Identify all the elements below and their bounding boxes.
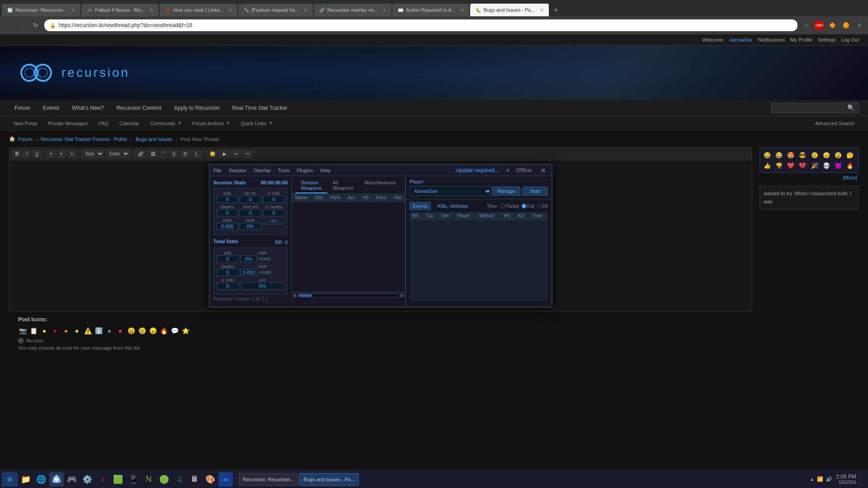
subnav-community[interactable]: Community ▼ bbox=[146, 116, 186, 131]
new-tab-button[interactable]: + bbox=[550, 4, 562, 16]
taskbar-icon-explorer[interactable]: 📁 bbox=[19, 472, 33, 487]
tab-events[interactable]: Events bbox=[410, 202, 431, 210]
tab-fallout[interactable]: 🎮 Fallout 4 Nexus - Mo... ✕ bbox=[81, 4, 159, 16]
fmt-link[interactable]: 🔗 bbox=[135, 150, 146, 158]
post-icon-7[interactable]: ⚠️ bbox=[83, 326, 92, 335]
post-icon-13[interactable]: 😠 bbox=[148, 326, 157, 335]
url-input[interactable] bbox=[59, 22, 792, 28]
post-icon-9[interactable]: ● bbox=[105, 326, 114, 335]
post-icon-4[interactable]: ● bbox=[51, 326, 60, 335]
fmt-video[interactable]: ▶ bbox=[220, 150, 230, 158]
subnav-quick-links[interactable]: Quick Links ▼ bbox=[236, 116, 277, 131]
smiley-2[interactable]: 😂 bbox=[774, 150, 783, 160]
fmt-underline[interactable]: U bbox=[32, 150, 42, 158]
app-menu-plugins[interactable]: Plugins bbox=[297, 168, 313, 173]
post-icon-10[interactable]: ● bbox=[116, 326, 125, 335]
smiley-1[interactable]: 😀 bbox=[763, 150, 772, 160]
tab-kills-vehicles[interactable]: Kills, Vehicles bbox=[434, 202, 471, 210]
my-profile-link[interactable]: My Profile bbox=[790, 37, 812, 42]
post-icon-8[interactable]: ℹ️ bbox=[94, 326, 103, 335]
nav-forum[interactable]: Forum bbox=[9, 100, 36, 116]
subnav-new-posts[interactable]: New Posts bbox=[9, 116, 42, 131]
taskbar-up-icon[interactable]: ▲ bbox=[810, 477, 814, 482]
post-icon-15[interactable]: 💬 bbox=[170, 326, 179, 335]
start-button[interactable]: Start bbox=[522, 187, 548, 196]
username-link[interactable]: karma3six bbox=[730, 37, 752, 42]
scroll-right-icon[interactable]: ▶ bbox=[401, 293, 404, 298]
taskbar-icon-app5[interactable]: 🎨 bbox=[203, 472, 217, 487]
partial-radio[interactable]: Partial bbox=[500, 204, 519, 209]
scrollbar-thumb[interactable] bbox=[298, 294, 312, 297]
post-icon-16[interactable]: ⭐ bbox=[181, 326, 190, 335]
smiley-12[interactable]: 💔 bbox=[798, 161, 807, 170]
font-size-select[interactable]: Size 123 bbox=[81, 150, 104, 158]
post-icon-14[interactable]: 🔥 bbox=[159, 326, 168, 335]
smiley-9[interactable]: 👍 bbox=[763, 161, 772, 170]
fmt-quote[interactable]: " bbox=[160, 150, 168, 158]
manage-button[interactable]: Manage bbox=[492, 187, 520, 196]
post-icon-1[interactable]: 📷 bbox=[18, 326, 27, 335]
no-icon-radio[interactable] bbox=[18, 338, 24, 343]
taskbar-icon-chrome[interactable] bbox=[49, 472, 64, 487]
font-color-select[interactable]: Color bbox=[105, 150, 130, 158]
taskbar-icon-app2[interactable]: 🟩 bbox=[111, 472, 125, 487]
taskbar-icon-app3[interactable]: 📱 bbox=[126, 472, 141, 487]
taskbar-task-bugs[interactable]: Bugs and Issues - Po... bbox=[299, 473, 359, 486]
search-input[interactable] bbox=[771, 103, 844, 113]
smiley-14[interactable]: 💀 bbox=[822, 161, 831, 170]
breadcrumb-bugs[interactable]: Bugs and Issues bbox=[136, 136, 172, 142]
app-close-icon[interactable]: ✕ bbox=[539, 167, 548, 174]
fmt-smiley[interactable]: 😊 bbox=[207, 150, 218, 158]
subnav-forum-actions[interactable]: Forum Actions ▼ bbox=[188, 116, 234, 131]
smiley-15[interactable]: 😈 bbox=[834, 161, 843, 170]
tab-close-icon[interactable]: ✕ bbox=[228, 8, 232, 13]
post-icon-6[interactable]: ● bbox=[72, 326, 81, 335]
forward-button[interactable]: → bbox=[17, 20, 27, 30]
subnav-private-messages[interactable]: Private Messages bbox=[44, 116, 92, 131]
tab-overlay[interactable]: 🔗 Recursion overlay no... ✕ bbox=[314, 4, 392, 16]
tab-session-weapons[interactable]: Session Weapons bbox=[295, 178, 327, 193]
bookmark-icon[interactable]: ☆ bbox=[801, 20, 811, 30]
smiley-6[interactable]: 😠 bbox=[822, 150, 831, 160]
fmt-undo[interactable]: ↩ bbox=[231, 150, 241, 158]
taskbar-icon-app6[interactable]: ∞ bbox=[218, 472, 233, 487]
app-menu-tools[interactable]: Tools bbox=[278, 168, 290, 173]
tab-close-icon[interactable]: ✕ bbox=[540, 8, 543, 13]
taskbar-icon-music[interactable]: ♪ bbox=[95, 472, 110, 487]
back-button[interactable]: ← bbox=[4, 20, 14, 30]
tab-close-icon[interactable]: ✕ bbox=[304, 8, 307, 13]
fmt-code[interactable]: {} bbox=[169, 150, 179, 158]
post-icon-5[interactable]: ● bbox=[61, 326, 71, 335]
app-menu-overlay[interactable]: Overlay bbox=[254, 168, 271, 173]
fmt-bold[interactable]: B bbox=[12, 150, 22, 158]
refresh-button[interactable]: ↻ bbox=[31, 20, 41, 30]
post-icon-11[interactable]: 😀 bbox=[127, 326, 136, 335]
post-icon-2[interactable]: 📋 bbox=[29, 326, 38, 335]
search-button[interactable]: 🔍 bbox=[844, 102, 859, 113]
tab-bugs[interactable]: 🐛 Bugs and Issues - Po... ✕ bbox=[470, 4, 549, 16]
menu-icon[interactable]: ≡ bbox=[854, 20, 864, 30]
editor-area[interactable]: File Session Overlay Tools Plugins Help … bbox=[9, 160, 752, 311]
logout-link[interactable]: Log Out bbox=[841, 37, 859, 42]
tab-close-icon[interactable]: ✕ bbox=[71, 8, 75, 13]
taskbar-icon-app4[interactable]: 🟢 bbox=[157, 472, 171, 487]
tab-close-icon[interactable]: ✕ bbox=[382, 8, 386, 13]
nav-apply[interactable]: Apply to Recursion bbox=[169, 100, 225, 116]
fmt-italic[interactable]: I bbox=[23, 150, 31, 158]
taskbar-task-recursion[interactable]: Recursion: Recursion... bbox=[239, 473, 298, 486]
fmt-list-num[interactable]: 1. bbox=[192, 150, 202, 158]
tab-action[interactable]: ✉️ Action Required to A... ✕ bbox=[392, 4, 469, 16]
nav-recursion-content[interactable]: Recursion Content bbox=[111, 100, 167, 116]
player-select[interactable]: Karma3six bbox=[410, 186, 491, 196]
sidebar-more-link[interactable]: [More] bbox=[760, 173, 859, 182]
smiley-13[interactable]: 🎉 bbox=[810, 161, 819, 170]
subnav-faq[interactable]: FAQ bbox=[94, 116, 113, 131]
tab-linkedin[interactable]: 💼 How you rank | Linke... ✕ bbox=[160, 4, 237, 16]
status-update-text[interactable]: Update required... bbox=[455, 167, 499, 174]
start-button[interactable]: ⊞ bbox=[2, 472, 18, 487]
tab-feature[interactable]: 🔧 [Feature request for... ✕ bbox=[238, 4, 313, 16]
breadcrumb-forum[interactable]: Forum bbox=[18, 136, 33, 142]
smiley-8[interactable]: 🤔 bbox=[845, 150, 854, 160]
fmt-redo[interactable]: ↪ bbox=[242, 150, 252, 158]
taskbar-show-desktop[interactable] bbox=[860, 473, 863, 486]
